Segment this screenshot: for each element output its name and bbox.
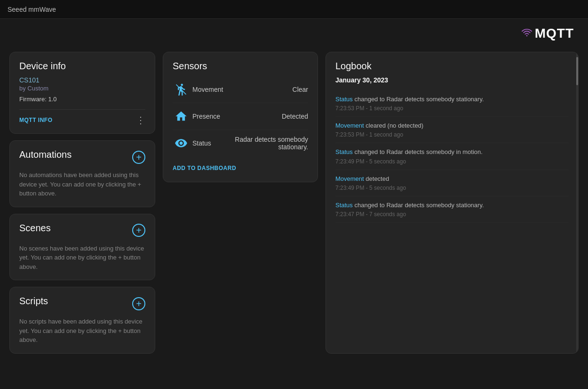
add-automation-button[interactable]: + bbox=[132, 151, 145, 164]
log-time-4: 7:23:47 PM - 7 seconds ago bbox=[335, 211, 569, 218]
log-entry-3: Movement detected 7:23:49 PM - 5 seconds… bbox=[335, 170, 569, 196]
presence-label: Presence bbox=[192, 113, 282, 120]
add-to-dashboard-button[interactable]: ADD TO DASHBOARD bbox=[173, 163, 236, 173]
log-text-4: Status changed to Radar detects somebody… bbox=[335, 201, 569, 210]
sensor-row-status: Status Radar detects somebody stationary… bbox=[173, 130, 308, 156]
presence-icon bbox=[173, 108, 190, 125]
log-body-1: cleared (no detected) bbox=[364, 122, 423, 129]
log-entry-2: Status changed to Radar detects somebody… bbox=[335, 143, 569, 170]
log-text-3: Movement detected bbox=[335, 175, 569, 183]
center-column: Sensors Movement Clear bbox=[163, 52, 318, 354]
add-scene-button[interactable]: + bbox=[132, 224, 145, 237]
log-time-2: 7:23:49 PM - 5 seconds ago bbox=[335, 158, 569, 165]
scripts-card: Scripts + No scripts have been added usi… bbox=[9, 287, 155, 354]
main-content: Device info CS101 by Custom Firmware: 1.… bbox=[0, 42, 588, 363]
automations-header: Automations + bbox=[19, 149, 145, 165]
log-text-0: Status changed to Radar detects somebody… bbox=[335, 95, 569, 104]
top-bar: Seeed mmWave bbox=[0, 0, 588, 19]
svg-point-0 bbox=[526, 35, 527, 36]
log-entry-1: Movement cleared (no detected) 7:23:53 P… bbox=[335, 117, 569, 143]
add-scene-icon: + bbox=[136, 226, 142, 235]
log-highlight-2: Status bbox=[335, 148, 353, 155]
status-icon bbox=[173, 135, 190, 152]
log-body-3: detected bbox=[364, 175, 389, 182]
log-highlight-3: Movement bbox=[335, 175, 364, 182]
log-body-2: changed to Radar detects somebody in mot… bbox=[353, 148, 483, 155]
add-automation-icon: + bbox=[136, 153, 142, 162]
status-label: Status bbox=[192, 139, 233, 147]
device-info-title: Device info bbox=[19, 61, 145, 72]
logbook-card: Logbook January 30, 2023 Status changed … bbox=[326, 52, 579, 354]
scenes-card: Scenes + No scenes have been added using… bbox=[9, 214, 155, 281]
automations-description: No automations have been added using thi… bbox=[19, 170, 145, 198]
scripts-title: Scripts bbox=[19, 296, 48, 307]
scrollbar-thumb bbox=[576, 57, 578, 85]
log-time-3: 7:23:49 PM - 5 seconds ago bbox=[335, 185, 569, 191]
sensor-row-movement: Movement Clear bbox=[173, 76, 308, 103]
device-name: CS101 bbox=[19, 76, 145, 84]
log-text-1: Movement cleared (no detected) bbox=[335, 122, 569, 130]
log-body-0: changed to Radar detects somebody statio… bbox=[353, 96, 484, 103]
device-firmware: Firmware: 1.0 bbox=[19, 96, 145, 103]
left-column: Device info CS101 by Custom Firmware: 1.… bbox=[9, 52, 155, 354]
log-body-4: changed to Radar detects somebody statio… bbox=[353, 202, 484, 209]
log-time-1: 7:23:53 PM - 1 second ago bbox=[335, 131, 569, 138]
log-highlight-1: Movement bbox=[335, 122, 364, 129]
scripts-header: Scripts + bbox=[19, 296, 145, 311]
logbook-title: Logbook bbox=[335, 61, 569, 72]
log-highlight-0: Status bbox=[335, 96, 353, 103]
scenes-description: No scenes have been added using this dev… bbox=[19, 244, 145, 272]
mqtt-wifi-icon bbox=[522, 27, 532, 40]
scenes-title: Scenes bbox=[19, 223, 51, 234]
scrollbar[interactable] bbox=[576, 52, 578, 353]
movement-icon bbox=[173, 81, 190, 98]
device-info-footer: MQTT INFO ⋮ bbox=[19, 109, 145, 125]
presence-value: Detected bbox=[282, 113, 308, 120]
movement-label: Movement bbox=[192, 86, 293, 93]
more-options-button[interactable]: ⋮ bbox=[136, 115, 145, 125]
automations-card: Automations + No automations have been a… bbox=[9, 140, 155, 207]
movement-value: Clear bbox=[293, 86, 308, 93]
sensor-row-presence: Presence Detected bbox=[173, 103, 308, 130]
right-column: Logbook January 30, 2023 Status changed … bbox=[326, 52, 579, 354]
add-script-button[interactable]: + bbox=[132, 297, 145, 310]
mqtt-logo-text: MQTT bbox=[535, 26, 574, 41]
scenes-header: Scenes + bbox=[19, 223, 145, 238]
device-info-card: Device info CS101 by Custom Firmware: 1.… bbox=[9, 52, 155, 134]
mqtt-logo: MQTT bbox=[522, 26, 574, 41]
app-title: Seeed mmWave bbox=[8, 6, 56, 13]
add-script-icon: + bbox=[136, 299, 142, 308]
log-entry-4: Status changed to Radar detects somebody… bbox=[335, 196, 569, 223]
automations-title: Automations bbox=[19, 149, 72, 160]
sensors-card: Sensors Movement Clear bbox=[163, 52, 318, 182]
status-value: Radar detects somebody stationary. bbox=[233, 136, 308, 151]
scripts-description: No scripts have been added using this de… bbox=[19, 317, 145, 345]
log-entry-0: Status changed to Radar detects somebody… bbox=[335, 90, 569, 117]
log-text-2: Status changed to Radar detects somebody… bbox=[335, 148, 569, 156]
mqtt-info-link[interactable]: MQTT INFO bbox=[19, 117, 53, 123]
logbook-date: January 30, 2023 bbox=[335, 76, 569, 84]
log-time-0: 7:23:53 PM - 1 second ago bbox=[335, 105, 569, 112]
device-by: by Custom bbox=[19, 85, 145, 92]
log-highlight-4: Status bbox=[335, 202, 353, 209]
sensors-title: Sensors bbox=[173, 61, 308, 72]
